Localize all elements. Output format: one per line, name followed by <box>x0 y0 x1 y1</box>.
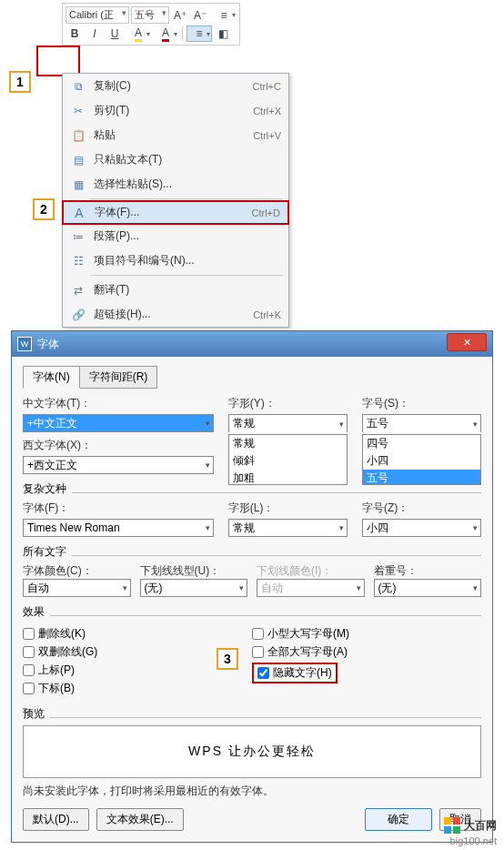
eraser-icon[interactable]: ◧ <box>214 25 232 42</box>
font-color-combo[interactable]: 自动 <box>23 579 131 597</box>
chk-strikethrough[interactable]: 删除线(K) <box>23 626 252 642</box>
context-menu: ⧉复制(C)Ctrl+C ✂剪切(T)Ctrl+X 📋粘贴Ctrl+V ▤只粘贴… <box>62 73 289 328</box>
chk-all-caps[interactable]: 全部大写字母(A) <box>252 644 481 660</box>
menu-font[interactable]: A字体(F)...Ctrl+D <box>62 200 289 225</box>
size-input[interactable]: 五号 <box>362 414 481 432</box>
menu-paragraph[interactable]: ≔段落(P)... <box>63 224 288 248</box>
tab-char-spacing[interactable]: 字符间距(R) <box>79 366 158 389</box>
menu-paste[interactable]: 📋粘贴Ctrl+V <box>63 123 288 147</box>
menu-cut[interactable]: ✂剪切(T)Ctrl+X <box>63 98 288 123</box>
en-font-label: 西文字体(X)： <box>23 438 214 453</box>
complex-size-combo[interactable]: 小四 <box>362 519 481 537</box>
menu-copy[interactable]: ⧉复制(C)Ctrl+C <box>63 74 288 98</box>
style-label: 字形(Y)： <box>228 396 348 411</box>
font-family-select[interactable]: Calibri (正 <box>66 6 129 24</box>
align-button[interactable]: ≡ <box>186 25 212 42</box>
menu-paste-special[interactable]: ▦选择性粘贴(S)... <box>63 172 288 197</box>
menu-translate[interactable]: ⇄翻译(T) <box>63 278 288 302</box>
translate-icon: ⇄ <box>68 284 88 297</box>
paste-text-icon: ▤ <box>68 154 88 167</box>
bold-button[interactable]: B <box>66 25 84 42</box>
preview-label: 预览 <box>23 706 45 722</box>
paste-special-icon: ▦ <box>68 178 88 191</box>
menu-paste-text[interactable]: ▤只粘贴文本(T) <box>63 147 288 172</box>
underline-style-combo[interactable]: (无) <box>140 579 248 597</box>
line-spacing-icon[interactable]: ≡ <box>211 7 237 24</box>
chk-subscript[interactable]: 下标(B) <box>23 681 252 696</box>
font-icon: A <box>69 206 89 220</box>
font-dialog: W 字体 ✕ 字体(N) 字符间距(R) 中文字体(T)： +中文正文 字形(Y… <box>11 330 493 843</box>
callout-2: 2 <box>33 198 55 220</box>
font-color-icon[interactable]: A <box>153 25 178 42</box>
complex-style-combo[interactable]: 常规 <box>228 519 348 537</box>
link-icon: 🔗 <box>68 309 88 321</box>
callout-1: 1 <box>9 71 31 93</box>
close-button[interactable]: ✕ <box>447 333 487 351</box>
en-font-combo[interactable]: +西文正文 <box>23 456 214 474</box>
text-effects-button[interactable]: 文本效果(E)... <box>96 808 184 831</box>
cn-font-label: 中文字体(T)： <box>23 396 214 411</box>
ok-button[interactable]: 确定 <box>365 808 432 831</box>
default-button[interactable]: 默认(D)... <box>23 808 89 831</box>
complex-script-label: 复杂文种 <box>23 481 66 497</box>
shrink-font-icon[interactable]: A⁻ <box>191 7 209 24</box>
tab-font[interactable]: 字体(N) <box>23 366 80 389</box>
scissors-icon: ✂ <box>68 105 88 117</box>
effects-label: 效果 <box>23 604 45 620</box>
paragraph-icon: ≔ <box>68 230 88 243</box>
chk-hidden-text[interactable]: 隐藏文字(H) <box>257 665 332 681</box>
italic-button[interactable]: I <box>86 25 104 42</box>
preview-box: WPS 让办公更轻松 <box>23 725 481 778</box>
underline-button[interactable]: U <box>106 25 124 42</box>
menu-hyperlink[interactable]: 🔗超链接(H)...Ctrl+K <box>63 302 288 327</box>
grow-font-icon[interactable]: A⁺ <box>171 7 189 24</box>
highlight-color-icon[interactable]: A <box>126 25 151 42</box>
dialog-title: 字体 <box>37 337 59 352</box>
list-icon: ☷ <box>68 255 88 268</box>
menu-bullets[interactable]: ☷项目符号和编号(N)... <box>63 248 288 273</box>
complex-font-combo[interactable]: Times New Roman <box>23 519 214 537</box>
style-input[interactable]: 常规 <box>228 414 348 432</box>
app-icon: W <box>17 337 32 351</box>
clipboard-icon: 📋 <box>68 129 88 142</box>
chk-small-caps[interactable]: 小型大写字母(M) <box>252 626 481 642</box>
watermark-logo: 大百网 <box>444 817 497 834</box>
font-size-select[interactable]: 五号 <box>131 6 169 24</box>
all-text-label: 所有文字 <box>23 544 66 560</box>
formatting-toolbar: Calibri (正 五号 A⁺ A⁻ ≡ B I U A A ≡ ◧ <box>62 3 240 46</box>
callout-3: 3 <box>217 648 238 670</box>
underline-color-combo: 自动 <box>257 579 365 597</box>
size-label: 字号(S)： <box>362 396 481 411</box>
cn-font-combo[interactable]: +中文正文 <box>23 414 214 432</box>
dialog-titlebar: W 字体 ✕ <box>12 331 492 357</box>
copy-icon: ⧉ <box>68 80 88 93</box>
font-install-note: 尚未安装此字体，打印时将采用最相近的有效字体。 <box>23 784 481 799</box>
highlight-box-1 <box>36 46 80 76</box>
emphasis-combo[interactable]: (无) <box>374 579 482 597</box>
watermark-url: big100.net <box>450 835 497 846</box>
